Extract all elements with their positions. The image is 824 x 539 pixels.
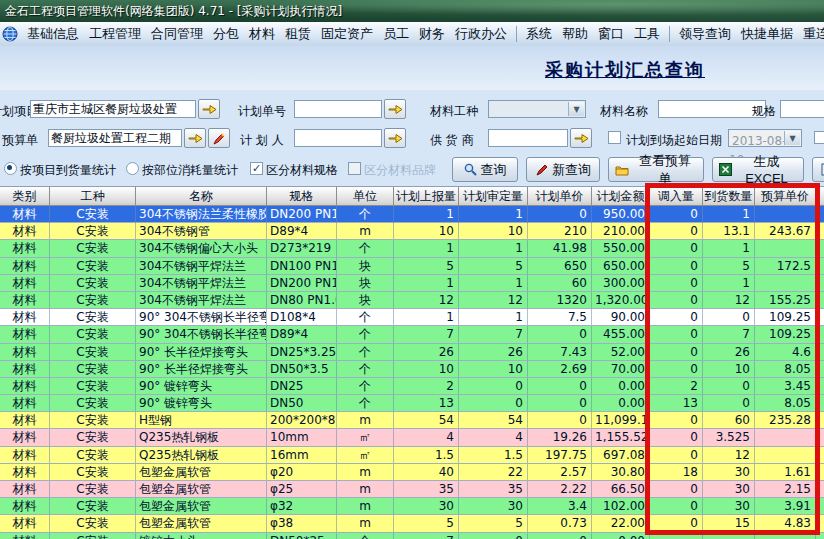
cell[interactable]: 0: [703, 378, 755, 395]
cell[interactable]: 1: [394, 309, 459, 326]
cell[interactable]: D108*4: [267, 309, 337, 326]
menu-item-行政办公[interactable]: 行政办公: [450, 25, 512, 43]
cell[interactable]: m: [337, 223, 394, 240]
menu-item-重连网络[interactable]: 重连网络: [798, 25, 824, 43]
cell[interactable]: 0: [650, 361, 703, 378]
cell[interactable]: 90° 镀锌弯头: [136, 395, 267, 412]
cell[interactable]: 90° 304不锈钢长半径弯: [136, 326, 267, 343]
cell[interactable]: [816, 309, 824, 326]
table-row[interactable]: 材料C安装304不锈钢平焊法兰DN200 PN1.0块1160300.0001: [0, 275, 824, 292]
menu-item-工具[interactable]: 工具: [629, 25, 665, 43]
cell[interactable]: 60: [703, 412, 755, 429]
cell[interactable]: 300.00: [592, 275, 650, 292]
cell[interactable]: [755, 429, 816, 446]
cell[interactable]: 个: [337, 206, 394, 223]
cell[interactable]: C安装: [50, 412, 136, 429]
menu-item-工程管理[interactable]: 工程管理: [84, 25, 146, 43]
cell[interactable]: 304不锈钢法兰柔性橡胶: [136, 206, 267, 223]
cell[interactable]: 90° 304不锈钢长半径弯: [136, 309, 267, 326]
cell[interactable]: 0: [650, 292, 703, 309]
cell[interactable]: 材料: [0, 309, 50, 326]
cell[interactable]: 材料: [0, 258, 50, 275]
column-header-extra[interactable]: [816, 187, 824, 206]
cell[interactable]: φ20: [267, 464, 337, 481]
cell[interactable]: DN100 PN1.0: [267, 258, 337, 275]
cell[interactable]: 2.69: [528, 361, 592, 378]
cell[interactable]: 个: [337, 309, 394, 326]
cell[interactable]: C安装: [50, 498, 136, 515]
cell[interactable]: 材料: [0, 223, 50, 240]
cell[interactable]: 5: [394, 515, 459, 532]
cell[interactable]: 1: [459, 275, 528, 292]
menu-item-员工[interactable]: 员工: [378, 25, 414, 43]
cell[interactable]: [755, 240, 816, 257]
cell[interactable]: 0: [650, 258, 703, 275]
cell[interactable]: 2.15: [755, 481, 816, 498]
cell[interactable]: 1: [394, 240, 459, 257]
cell[interactable]: 材料: [0, 326, 50, 343]
cell[interactable]: 30: [459, 498, 528, 515]
cell[interactable]: C安装: [50, 395, 136, 412]
cell[interactable]: 个: [337, 395, 394, 412]
supplier-picker-button[interactable]: [570, 128, 592, 148]
table-row[interactable]: 材料C安装90° 长半径焊接弯头DN25*3.25个26267.4352.000…: [0, 344, 824, 361]
cell[interactable]: [755, 447, 816, 464]
table-row[interactable]: 材料C安装包塑金属软管φ20m40222.5730.8018301.61: [0, 464, 824, 481]
cell[interactable]: m: [337, 481, 394, 498]
plan-no-input[interactable]: [294, 100, 382, 118]
cell[interactable]: DN80 PN1.0: [267, 292, 337, 309]
distinguish-brand-checkbox[interactable]: ✓: [348, 162, 361, 175]
menu-item-材料[interactable]: 材料: [244, 25, 280, 43]
cell[interactable]: 0.73: [528, 515, 592, 532]
cell[interactable]: C安装: [50, 447, 136, 464]
new-query-button[interactable]: 新查询: [526, 157, 600, 182]
column-header-计划审定量[interactable]: 计划审定量: [459, 187, 528, 206]
cell[interactable]: 个: [337, 344, 394, 361]
cell[interactable]: 0: [459, 378, 528, 395]
cell[interactable]: 304不锈钢平焊法兰: [136, 275, 267, 292]
cell[interactable]: [816, 292, 824, 309]
cell[interactable]: DN25: [267, 378, 337, 395]
cell[interactable]: 26: [394, 344, 459, 361]
cell[interactable]: DN50*25: [267, 533, 337, 539]
cell[interactable]: 90.00: [592, 309, 650, 326]
cell[interactable]: 550.00: [592, 240, 650, 257]
cell[interactable]: [816, 223, 824, 240]
cell[interactable]: φ25: [267, 481, 337, 498]
column-header-工种[interactable]: 工种: [50, 187, 136, 206]
plan-no-picker-button[interactable]: [384, 99, 406, 119]
cell[interactable]: [816, 206, 824, 223]
column-header-规格[interactable]: 规格: [267, 187, 337, 206]
table-row[interactable]: 材料C安装90° 304不锈钢长半径弯D108*4个117.590.000010…: [0, 309, 824, 326]
table-row[interactable]: 材料C安装304不锈钢偏心大小头D273*219个1141.98550.0001: [0, 240, 824, 257]
cell[interactable]: 材料: [0, 515, 50, 532]
cell[interactable]: 30.80: [592, 464, 650, 481]
query-button[interactable]: 查询: [452, 157, 518, 182]
cell[interactable]: C安装: [50, 361, 136, 378]
table-row[interactable]: 材料C安装包塑金属软管φ38m550.7322.000154.83: [0, 515, 824, 532]
cell[interactable]: 22.00: [592, 515, 650, 532]
budget-sheet-input[interactable]: [48, 129, 182, 147]
cell[interactable]: 66.50: [592, 481, 650, 498]
cell[interactable]: 70.00: [592, 361, 650, 378]
menu-item-领导查询[interactable]: 领导查询: [674, 25, 736, 43]
cell[interactable]: 3.91: [755, 498, 816, 515]
cell[interactable]: 个: [337, 533, 394, 539]
cell[interactable]: 2: [394, 378, 459, 395]
cell[interactable]: 12: [459, 292, 528, 309]
cell[interactable]: 10: [459, 223, 528, 240]
cell[interactable]: C安装: [50, 533, 136, 539]
cell[interactable]: 个: [337, 326, 394, 343]
cell[interactable]: C安装: [50, 429, 136, 446]
cell[interactable]: 10: [394, 361, 459, 378]
view-budget-button[interactable]: 查看预算单: [608, 157, 704, 182]
cell[interactable]: 1,320.00: [592, 292, 650, 309]
cell[interactable]: 30: [703, 464, 755, 481]
cell[interactable]: [650, 533, 703, 539]
cell[interactable]: 304不锈钢平焊法兰: [136, 292, 267, 309]
cell[interactable]: 材料: [0, 447, 50, 464]
cell[interactable]: 材料: [0, 292, 50, 309]
cell[interactable]: 材料: [0, 240, 50, 257]
cell[interactable]: 172.5: [755, 258, 816, 275]
cell[interactable]: 22: [459, 464, 528, 481]
